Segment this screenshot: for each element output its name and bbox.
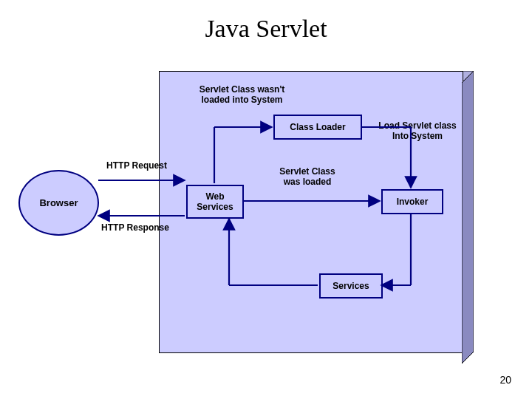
browser-node: Browser	[18, 170, 99, 236]
not-loaded-label: Servlet Class wasn't loaded into System	[188, 85, 296, 106]
slide-number: 20	[499, 374, 511, 386]
slide-title: Java Servlet	[0, 15, 532, 43]
was-loaded-label: Servlet Class was loaded	[270, 167, 344, 188]
svg-marker-1	[462, 71, 474, 364]
class-loader-label: Class Loader	[290, 122, 345, 132]
container-side-face	[462, 71, 474, 364]
http-response-label: HTTP Response	[91, 223, 180, 233]
services-node: Services	[319, 273, 383, 299]
class-loader-node: Class Loader	[273, 115, 362, 140]
http-request-label: HTTP Request	[96, 161, 177, 171]
invoker-node: Invoker	[381, 189, 443, 214]
web-services-node: Web Services	[186, 185, 244, 219]
invoker-label: Invoker	[397, 197, 429, 207]
services-label: Services	[332, 281, 369, 291]
browser-label: Browser	[39, 197, 78, 208]
load-into-label: Load Servlet class Into System	[369, 121, 466, 142]
web-services-label: Web Services	[197, 191, 233, 213]
